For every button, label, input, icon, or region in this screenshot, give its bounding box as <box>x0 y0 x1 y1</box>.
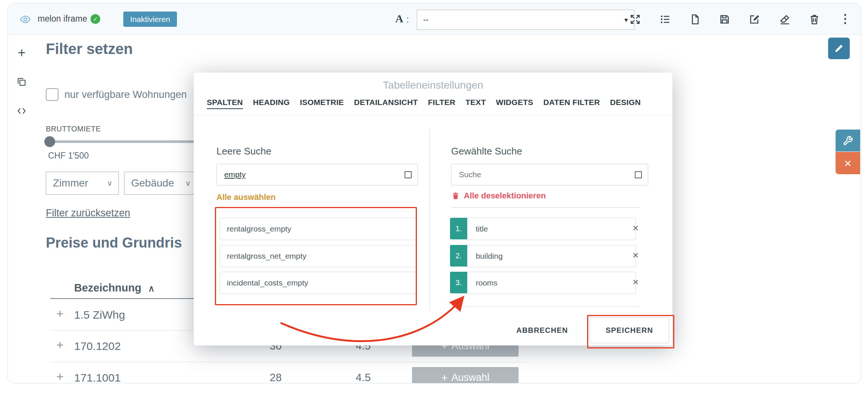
font-setting-label: A : <box>395 12 409 25</box>
modal-tabs: SPALTEN HEADING ISOMETRIE DETAILANSICHT … <box>207 98 641 109</box>
tab-spalten[interactable]: SPALTEN <box>207 98 243 109</box>
available-checkbox-label: nur verfügbare Wohnungen <box>64 89 187 101</box>
save-icon[interactable] <box>718 13 731 26</box>
edit-mode-button[interactable] <box>828 38 850 59</box>
tabs-divider <box>194 115 672 115</box>
trash-red-icon <box>451 191 460 200</box>
close-panel-button[interactable]: × <box>836 152 860 174</box>
status-check-badge: ✓ <box>91 14 100 24</box>
building-dropdown-label: Gebäude <box>131 177 174 189</box>
save-button[interactable]: SPEICHERN <box>590 317 669 343</box>
code-icon[interactable] <box>16 105 27 117</box>
chevron-down-icon: ∨ <box>107 179 113 188</box>
select-all-link[interactable]: Alle auswählen <box>216 192 276 202</box>
add-icon[interactable]: + <box>15 47 28 59</box>
available-checkbox[interactable] <box>46 88 58 101</box>
table-header-name[interactable]: Bezeichnung ∧ <box>74 282 155 294</box>
selected-search-input[interactable] <box>452 170 635 179</box>
tools-button[interactable] <box>836 130 860 152</box>
cancel-button[interactable]: ABBRECHEN <box>514 323 570 338</box>
left-list-divider <box>216 211 409 211</box>
reset-filter-link[interactable]: Filter zurücksetzen <box>46 207 130 219</box>
selected-column-item[interactable]: rooms <box>467 272 636 294</box>
selected-column-label: rooms <box>476 278 497 287</box>
right-list-top-divider <box>451 207 640 208</box>
available-column-item[interactable]: rentalgross_empty <box>220 218 416 240</box>
selected-column-label: title <box>476 224 488 233</box>
expand-row-icon[interactable]: + <box>56 338 64 352</box>
rent-slider-handle[interactable] <box>44 136 55 147</box>
selected-item-order-badge: 2. <box>450 245 467 267</box>
available-column-item[interactable]: incidental_costs_empty <box>220 272 416 294</box>
tab-detailansicht[interactable]: DETAILANSICHT <box>354 98 418 109</box>
select-row-label: Auswahl <box>452 372 490 383</box>
right-column-title: Gewählte Suche <box>451 146 522 157</box>
left-column-title: Leere Suche <box>216 146 271 157</box>
deactivate-button[interactable]: Inaktivieren <box>123 12 177 27</box>
sort-chevron-up-icon: ∧ <box>148 283 155 293</box>
tab-text[interactable]: TEXT <box>465 98 486 109</box>
columns-divider <box>429 128 430 311</box>
kebab-menu-icon[interactable]: ⋮ <box>839 12 852 25</box>
rooms-dropdown[interactable]: Zimmer ∨ <box>46 172 119 195</box>
empty-search-field[interactable] <box>216 164 418 185</box>
table-header-label: Bezeichnung <box>74 282 141 294</box>
rent-slider-value: CHF 1'500 <box>48 151 89 161</box>
rent-slider-label: BRUTTOMIETE <box>46 125 101 133</box>
close-icon: × <box>844 156 852 170</box>
tab-filter[interactable]: FILTER <box>428 98 456 109</box>
pencil-icon <box>833 43 845 54</box>
table-row: + 171.1001 28 4.5 + Auswahl <box>50 362 526 383</box>
wrench-icon <box>843 136 853 146</box>
tab-heading[interactable]: HEADING <box>253 98 290 109</box>
remove-item-icon[interactable]: × <box>633 250 639 261</box>
page-title: Filter setzen <box>46 41 133 57</box>
search-option-icon[interactable] <box>635 171 642 178</box>
search-option-icon[interactable] <box>405 171 412 178</box>
available-column-label: rentalgross_empty <box>227 224 291 233</box>
copy-icon[interactable] <box>16 76 27 87</box>
rent-slider-track[interactable] <box>46 140 213 143</box>
remove-item-icon[interactable]: × <box>633 277 639 287</box>
tab-design[interactable]: DESIGN <box>610 98 641 109</box>
list-icon[interactable] <box>659 13 672 26</box>
table-settings-modal: Tabelleneinstellungen SPALTEN HEADING IS… <box>194 73 672 345</box>
empty-search-input[interactable] <box>217 170 405 179</box>
selected-search-field[interactable] <box>451 164 648 185</box>
top-toolbar: melon iframe ✓ Inaktivieren A : -- ▼ <box>8 3 861 35</box>
chevron-down-icon: ∨ <box>185 179 191 188</box>
row-name: 1.5 ZiWhg <box>74 309 125 321</box>
tab-daten-filter[interactable]: DATEN FILTER <box>543 98 600 109</box>
file-icon[interactable] <box>688 13 702 26</box>
row-name: 170.1202 <box>74 340 121 353</box>
expand-icon[interactable] <box>628 13 642 26</box>
eye-icon[interactable] <box>19 13 32 26</box>
available-column-item[interactable]: rentalgross_net_empty <box>220 245 416 267</box>
font-select-value: -- <box>423 15 429 25</box>
deselect-all-link[interactable]: Alle deselektionieren <box>451 191 546 201</box>
selected-column-item[interactable]: building <box>467 245 636 267</box>
selected-column-item[interactable]: title <box>467 218 636 240</box>
select-row-button[interactable]: + Auswahl <box>412 367 519 383</box>
edit-icon[interactable] <box>748 13 761 26</box>
screen: melon iframe ✓ Inaktivieren A : -- ▼ <box>0 0 868 408</box>
expand-row-icon[interactable]: + <box>56 306 64 321</box>
trash-icon[interactable] <box>808 13 821 26</box>
available-column-label: incidental_costs_empty <box>227 278 308 287</box>
font-letter: A <box>395 12 403 25</box>
section-title: Preise und Grundris <box>46 235 182 251</box>
deselect-all-label: Alle deselektionieren <box>464 191 546 201</box>
eraser-icon[interactable] <box>778 13 791 26</box>
tab-isometrie[interactable]: ISOMETRIE <box>300 98 344 109</box>
tab-widgets[interactable]: WIDGETS <box>496 98 533 109</box>
font-select[interactable]: -- ▼ <box>417 10 634 30</box>
app-name: melon iframe <box>38 14 87 24</box>
building-dropdown[interactable]: Gebäude ∨ <box>124 172 197 195</box>
right-list-bottom-divider <box>451 306 640 307</box>
expand-row-icon[interactable]: + <box>56 369 64 383</box>
row-name: 171.1001 <box>74 372 121 383</box>
rooms-dropdown-label: Zimmer <box>53 177 88 189</box>
remove-item-icon[interactable]: × <box>633 223 639 233</box>
row-area: 28 <box>263 372 289 383</box>
selected-item-order-badge: 1. <box>450 218 467 239</box>
